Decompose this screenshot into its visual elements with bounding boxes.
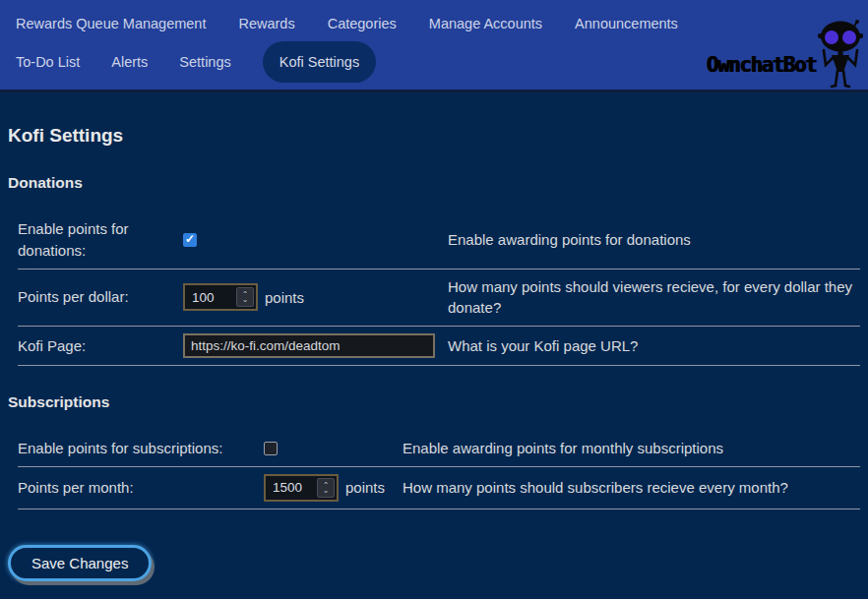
spinner-icon[interactable]: ⌃ ⌄	[236, 287, 254, 307]
points-per-dollar-help: How many points should viewers recieve, …	[448, 276, 860, 320]
spinner-icon[interactable]: ⌃ ⌄	[317, 478, 335, 498]
page-title: Kofi Settings	[8, 92, 860, 147]
nav-item-todo-list[interactable]: To-Do List	[16, 41, 80, 83]
table-row-enable-subscriptions: Enable points for subscriptions: Enable …	[18, 431, 860, 467]
nav-item-categories[interactable]: Categories	[328, 16, 397, 31]
enable-donations-label: Enable points for donations:	[18, 218, 183, 262]
points-suffix-label: points	[265, 289, 304, 306]
save-changes-button[interactable]: Save Changes	[8, 545, 152, 581]
subscriptions-settings-table: Enable points for subscriptions: Enable …	[18, 431, 860, 509]
top-navigation: Rewards Queue Management Rewards Categor…	[0, 0, 868, 92]
kofi-page-url-input[interactable]	[183, 333, 435, 358]
points-per-month-stepper: ⌃ ⌄	[264, 474, 339, 502]
points-per-dollar-stepper: ⌃ ⌄	[183, 283, 258, 311]
points-per-month-input[interactable]	[266, 476, 315, 500]
robot-icon	[818, 20, 863, 90]
points-per-dollar-input[interactable]	[185, 285, 234, 309]
spinner-down-icon[interactable]: ⌄	[242, 297, 249, 302]
enable-subscriptions-checkbox[interactable]	[264, 442, 278, 455]
table-row-points-per-dollar: Points per dollar: ⌃ ⌄ points How many p…	[18, 270, 860, 328]
points-per-dollar-control: ⌃ ⌄ points	[183, 283, 448, 311]
points-per-month-help: How many points should subscribers recie…	[403, 477, 860, 499]
nav-item-kofi-settings[interactable]: Kofi Settings	[263, 41, 376, 83]
kofi-settings-page: Kofi Settings Donations Enable points fo…	[0, 92, 868, 581]
nav-item-settings[interactable]: Settings	[179, 41, 230, 83]
subscriptions-section-heading: Subscriptions	[8, 393, 860, 411]
kofi-page-control	[183, 333, 448, 358]
enable-donations-checkbox[interactable]	[183, 233, 197, 247]
logo-text: OwnchatBot	[707, 53, 816, 77]
enable-donations-control	[183, 233, 448, 247]
points-per-month-label: Points per month:	[18, 477, 264, 499]
enable-subscriptions-control	[264, 442, 403, 455]
points-per-dollar-label: Points per dollar:	[18, 286, 183, 308]
kofi-page-label: Kofi Page:	[18, 335, 183, 357]
points-suffix-label: points	[345, 479, 385, 496]
table-row-points-per-month: Points per month: ⌃ ⌄ points How many po…	[18, 467, 860, 509]
nav-item-rewards[interactable]: Rewards	[238, 16, 294, 31]
donations-section-heading: Donations	[8, 174, 860, 192]
spinner-down-icon[interactable]: ⌄	[323, 488, 330, 493]
enable-subscriptions-help: Enable awarding points for monthly subsc…	[403, 438, 860, 459]
nav-item-alerts[interactable]: Alerts	[111, 41, 148, 83]
enable-donations-help: Enable awarding points for donations	[448, 229, 860, 251]
nav-item-announcements[interactable]: Announcements	[575, 16, 678, 31]
table-row-kofi-page: Kofi Page: What is your Kofi page URL?	[18, 327, 860, 366]
table-row-enable-donations: Enable points for donations: Enable awar…	[18, 211, 860, 270]
points-per-month-control: ⌃ ⌄ points	[264, 474, 403, 502]
nav-item-manage-accounts[interactable]: Manage Accounts	[429, 16, 542, 31]
donations-settings-table: Enable points for donations: Enable awar…	[18, 211, 860, 366]
ownchatbot-logo: OwnchatBot	[707, 18, 863, 90]
kofi-page-help: What is your Kofi page URL?	[448, 335, 860, 357]
enable-subscriptions-label: Enable points for subscriptions:	[18, 438, 264, 459]
nav-item-rewards-queue-management[interactable]: Rewards Queue Management	[16, 16, 206, 31]
